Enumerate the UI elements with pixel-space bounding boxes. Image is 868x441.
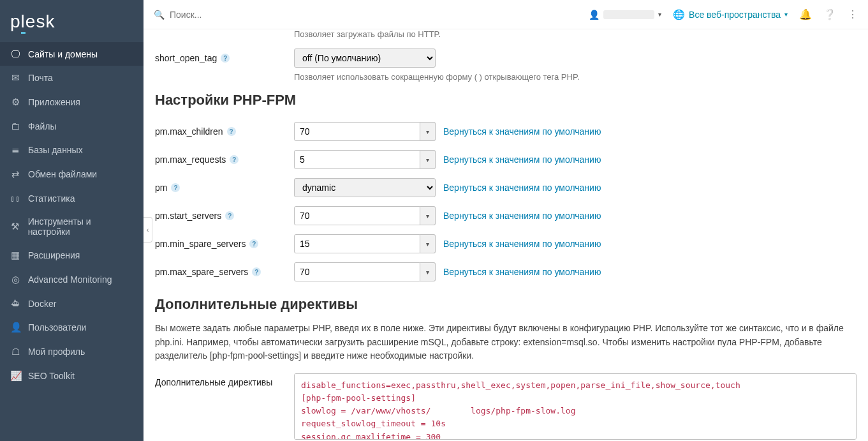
reset-pm-max-spare-servers[interactable]: Вернуться к значениям по умолчанию bbox=[443, 267, 601, 277]
dropdown-toggle[interactable]: ▾ bbox=[420, 234, 436, 253]
sliders-icon: ⚒ bbox=[10, 221, 20, 232]
search-icon: 🔍 bbox=[154, 10, 165, 20]
label-pm-min-spare-servers: pm.min_spare_servers bbox=[155, 239, 246, 249]
dropdown-toggle[interactable]: ▾ bbox=[420, 262, 436, 281]
subscriptions-label: Все веб-пространства bbox=[689, 10, 781, 20]
sidebar-item-files[interactable]: 🗀Файлы bbox=[0, 114, 143, 138]
sidebar-item-advanced-monitoring[interactable]: ◎Advanced Monitoring bbox=[0, 267, 143, 292]
more-icon[interactable]: ⋮ bbox=[848, 8, 858, 20]
short-open-tag-select[interactable]: off (По умолчанию) bbox=[294, 49, 436, 68]
sidebar-item-label: Docker bbox=[28, 299, 56, 309]
pm-start-servers-input[interactable] bbox=[294, 206, 420, 225]
stack-icon: ≣ bbox=[10, 144, 20, 156]
help-icon[interactable]: ? bbox=[225, 211, 234, 220]
monitor-icon: 🖵 bbox=[10, 49, 20, 59]
sidebar-item-label: Статистика bbox=[28, 193, 75, 204]
pm-select[interactable]: dynamic bbox=[294, 178, 436, 197]
sidebar-item-statistics[interactable]: ⫾⫾Статистика bbox=[0, 186, 143, 210]
label-pm-start-servers: pm.start_servers bbox=[155, 211, 221, 221]
sidebar-item-label: Обмен файлами bbox=[28, 169, 97, 179]
chart-icon: 📈 bbox=[10, 370, 20, 382]
sidebar-item-apps[interactable]: ⚙Приложения bbox=[0, 90, 143, 114]
grid-icon: ▦ bbox=[10, 250, 20, 261]
hint-file-uploads: Позволяет загружать файлы по HTTP. bbox=[294, 29, 857, 39]
folder-icon: 🗀 bbox=[10, 121, 20, 131]
topbar: 🔍 👤 ▾ 🌐 Все веб-пространства ▾ 🔔 ❔ ⋮ bbox=[143, 0, 868, 29]
subscriptions-menu[interactable]: 🌐 Все веб-пространства ▾ bbox=[673, 9, 788, 20]
search-input[interactable] bbox=[170, 10, 580, 20]
help-icon[interactable]: ? bbox=[249, 239, 258, 248]
label-additional-directives: Дополнительные директивы bbox=[155, 377, 272, 387]
sidebar-item-file-sharing[interactable]: ⇄Обмен файлами bbox=[0, 162, 143, 186]
reset-pm-max-children[interactable]: Вернуться к значениям по умолчанию bbox=[443, 126, 601, 137]
eye-icon: ◎ bbox=[10, 274, 20, 285]
sidebar-item-label: Мой профиль bbox=[28, 347, 85, 357]
user-name bbox=[603, 10, 654, 19]
reset-pm-max-requests[interactable]: Вернуться к значениям по умолчанию bbox=[443, 154, 601, 165]
stats-icon: ⫾⫾ bbox=[10, 193, 20, 204]
sidebar-item-sites-domains[interactable]: 🖵Сайты и домены bbox=[0, 42, 143, 66]
sidebar-item-label: Приложения bbox=[28, 97, 80, 107]
sidebar-item-my-profile[interactable]: ☖Мой профиль bbox=[0, 340, 143, 364]
dropdown-toggle[interactable]: ▾ bbox=[420, 206, 436, 225]
label-pm-max-requests: pm.max_requests bbox=[155, 154, 226, 165]
pm-min-spare-servers-input[interactable] bbox=[294, 234, 420, 253]
additional-directives-textarea[interactable] bbox=[294, 373, 857, 440]
share-icon: ⇄ bbox=[10, 168, 20, 180]
content: Позволяет загружать файлы по HTTP. short… bbox=[143, 29, 868, 441]
sidebar: plesk 🖵Сайты и домены ✉Почта ⚙Приложения… bbox=[0, 0, 143, 441]
label-pm-max-children: pm.max_children bbox=[155, 126, 223, 137]
notifications-icon[interactable]: 🔔 bbox=[799, 8, 812, 20]
label-pm: pm bbox=[155, 183, 167, 193]
chevron-down-icon: ▾ bbox=[658, 11, 661, 18]
hint-short-open-tag: Позволяет использовать сокращенную форму… bbox=[294, 72, 857, 82]
user-icon: 👤 bbox=[589, 10, 600, 20]
sidebar-item-seo-toolkit[interactable]: 📈SEO Toolkit bbox=[0, 364, 143, 388]
sidebar-item-label: Advanced Monitoring bbox=[28, 274, 112, 285]
sidebar-item-label: Файлы bbox=[28, 121, 56, 131]
profile-icon: ☖ bbox=[10, 346, 20, 357]
sidebar-item-label: Базы данных bbox=[28, 145, 83, 155]
help-icon[interactable]: ❔ bbox=[823, 8, 836, 20]
help-icon[interactable]: ? bbox=[221, 54, 230, 63]
gear-icon: ⚙ bbox=[10, 96, 20, 108]
globe-icon: 🌐 bbox=[673, 9, 685, 20]
sidebar-item-mail[interactable]: ✉Почта bbox=[0, 66, 143, 90]
help-icon[interactable]: ? bbox=[230, 155, 239, 164]
help-icon[interactable]: ? bbox=[227, 127, 236, 136]
mail-icon: ✉ bbox=[10, 72, 20, 84]
user-menu[interactable]: 👤 ▾ bbox=[589, 10, 661, 20]
pm-max-spare-servers-input[interactable] bbox=[294, 262, 420, 281]
user-icon: 👤 bbox=[10, 322, 20, 333]
help-icon[interactable]: ? bbox=[252, 267, 261, 276]
section-php-fpm-heading: Настройки PHP-FPM bbox=[155, 92, 857, 108]
section-directives-heading: Дополнительные директивы bbox=[155, 296, 857, 313]
sidebar-item-databases[interactable]: ≣Базы данных bbox=[0, 138, 143, 162]
reset-pm-min-spare-servers[interactable]: Вернуться к значениям по умолчанию bbox=[443, 239, 601, 249]
sidebar-item-docker[interactable]: ⛴Docker bbox=[0, 292, 143, 315]
sidebar-item-label: Инструменты и настройки bbox=[28, 216, 133, 237]
sidebar-collapse-toggle[interactable]: ‹ bbox=[143, 217, 152, 243]
dropdown-toggle[interactable]: ▾ bbox=[420, 150, 436, 169]
sidebar-item-label: Сайты и домены bbox=[28, 49, 98, 59]
directives-description: Вы можете задать любые параметры PHP, вв… bbox=[155, 322, 857, 363]
reset-pm-start-servers[interactable]: Вернуться к значениям по умолчанию bbox=[443, 211, 601, 221]
reset-pm[interactable]: Вернуться к значениям по умолчанию bbox=[443, 183, 601, 193]
sidebar-item-label: SEO Toolkit bbox=[28, 371, 75, 381]
dropdown-toggle[interactable]: ▾ bbox=[420, 122, 436, 141]
sidebar-item-label: Расширения bbox=[28, 250, 80, 260]
sidebar-item-label: Пользователи bbox=[28, 322, 86, 333]
chevron-down-icon: ▾ bbox=[784, 11, 788, 18]
sidebar-item-label: Почта bbox=[28, 73, 53, 83]
docker-icon: ⛴ bbox=[10, 298, 20, 309]
sidebar-item-tools-settings[interactable]: ⚒Инструменты и настройки bbox=[0, 210, 143, 243]
pm-max-children-input[interactable] bbox=[294, 122, 420, 141]
label-short-open-tag: short_open_tag bbox=[155, 53, 217, 63]
brand-logo: plesk bbox=[0, 0, 143, 42]
label-pm-max-spare-servers: pm.max_spare_servers bbox=[155, 267, 248, 277]
pm-max-requests-input[interactable] bbox=[294, 150, 420, 169]
sidebar-item-extensions[interactable]: ▦Расширения bbox=[0, 243, 143, 267]
help-icon[interactable]: ? bbox=[171, 183, 180, 192]
sidebar-item-users[interactable]: 👤Пользователи bbox=[0, 315, 143, 340]
